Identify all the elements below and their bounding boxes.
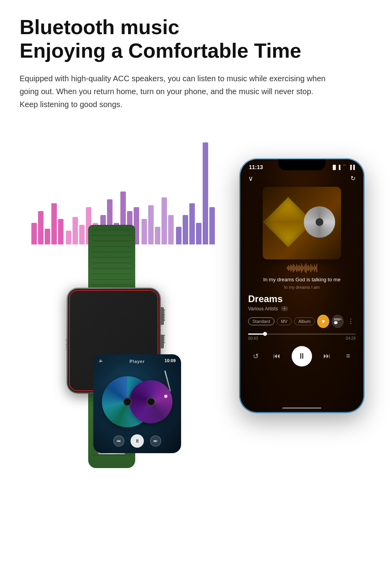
main-headline: Bluetooth music Enjoying a Comfortable T…: [20, 16, 372, 63]
waveform-bar: [307, 266, 308, 270]
waveform-bar: [303, 266, 304, 270]
player-nav-row: ∨ ↻: [240, 170, 363, 185]
waveform-bar: [294, 265, 295, 271]
progress-times: 00:43 04:29: [248, 336, 356, 341]
home-bar: [240, 404, 363, 412]
lyric-main: In my dreams God is talking to me: [240, 275, 363, 284]
waveform: [240, 261, 363, 275]
watch-body: 🔈 Player 10:09: [43, 225, 184, 468]
waveform-bar: [302, 265, 303, 271]
watch-player-label: Player: [129, 359, 145, 364]
artist-name: Various Artists: [248, 306, 278, 312]
eq-bar: [209, 207, 215, 244]
watch-controls: ⏮ ⏸ ⏭: [93, 434, 181, 448]
tab-standard[interactable]: Standard: [248, 317, 274, 325]
waveform-bar: [295, 266, 296, 270]
eq-bar: [203, 142, 208, 244]
waveform-bar: [310, 264, 311, 272]
waveform-bar: [301, 263, 302, 273]
watch-back-label: BACK: [163, 335, 165, 344]
tonearm: [150, 370, 169, 402]
waveform-bar: [309, 266, 310, 270]
artist-badge: +: [281, 306, 288, 311]
watch-sport-label: SPORT: [65, 339, 68, 351]
play-pause-button[interactable]: ⏸: [292, 346, 312, 366]
album-circle-inner: [316, 218, 323, 226]
waveform-bar: [305, 264, 305, 272]
waveform-bar: [306, 263, 307, 273]
album-art: [263, 187, 341, 259]
eq-bar: [31, 223, 37, 244]
watch-volume-icon: 🔈: [99, 358, 103, 363]
watch-prev-button[interactable]: ⏮: [113, 436, 124, 446]
back-chevron-icon[interactable]: ∨: [248, 174, 253, 183]
playlist-button[interactable]: ≡: [342, 350, 354, 363]
comment-button[interactable]: 999+💬: [332, 315, 344, 328]
waveform-bar: [293, 264, 294, 272]
album-circle: [304, 206, 335, 238]
tab-mv[interactable]: MV: [277, 317, 292, 325]
more-button[interactable]: ⋮: [346, 317, 356, 325]
phone-mockup: 11:13 ▐▌▐ ⌒ ▐▐ ∨ ↻: [239, 158, 365, 413]
phone-notch: [278, 159, 325, 170]
tonearm-arm: [164, 370, 171, 392]
shuffle-button[interactable]: ↺: [249, 350, 262, 363]
waveform-bar: [289, 266, 290, 270]
home-indicator: [282, 407, 321, 409]
progress-track[interactable]: [248, 334, 356, 335]
tab-album[interactable]: Album: [294, 317, 315, 325]
waveform-bar: [290, 264, 291, 272]
watch-time: 10:09: [165, 358, 176, 363]
waveform-bar: [315, 266, 316, 270]
waveform-bar: [292, 266, 292, 270]
waveform-bar: [314, 264, 315, 272]
smartwatch: 🔈 Player 10:09: [43, 225, 184, 468]
watch-band-top: [88, 225, 135, 295]
progress-row: 00:43 04:29: [240, 330, 363, 342]
battery-icon: ▐▐: [348, 165, 355, 169]
signal-icon: ▐▌▐: [331, 165, 340, 169]
eq-bar: [196, 223, 201, 244]
heart-button[interactable]: ♥: [317, 315, 329, 328]
phone-outer: 11:13 ▐▌▐ ⌒ ▐▐ ∨ ↻: [239, 158, 365, 413]
watch-case: 🔈 Player 10:09: [67, 288, 161, 394]
refresh-icon[interactable]: ↻: [350, 175, 356, 182]
progress-current: 00:43: [248, 336, 258, 341]
waveform-bar: [287, 266, 288, 270]
progress-fill: [248, 334, 265, 335]
watch-next-button[interactable]: ⏭: [150, 436, 161, 446]
eq-bar: [38, 211, 44, 244]
phone-inner: 11:13 ▐▌▐ ⌒ ▐▐ ∨ ↻: [240, 159, 363, 412]
waveform-bar: [313, 267, 314, 270]
vinyl-area: [102, 372, 172, 431]
phone-time: 11:13: [249, 164, 263, 170]
phone-status-icons: ▐▌▐ ⌒ ▐▐: [331, 164, 355, 170]
album-art-container: [240, 185, 363, 261]
headline-line2: Enjoying a Comfortable Time: [20, 39, 372, 63]
waveform-bar: [288, 265, 289, 271]
eq-bar: [189, 203, 195, 244]
vinyl-center-1: [123, 397, 132, 406]
watch-screen: 🔈 Player 10:09: [93, 354, 181, 453]
headline-line1: Bluetooth music: [20, 16, 372, 39]
next-button[interactable]: ⏭: [321, 350, 333, 363]
waveform-bar: [308, 265, 309, 271]
artist-row: Various Artists +: [240, 305, 363, 312]
tab-row: Standard MV Album ♥ 999+💬 ⋮: [240, 312, 363, 330]
lyric-sub: In my dreams I am: [240, 284, 363, 290]
progress-total: 04:29: [346, 336, 356, 341]
wifi-icon: ⌒: [342, 164, 347, 170]
waveform-bar: [312, 265, 312, 271]
visual-section: 🔈 Player 10:09: [20, 127, 372, 480]
watch-power-label: POWER: [163, 309, 165, 321]
progress-thumb: [263, 332, 267, 336]
waveform-bar: [300, 266, 301, 270]
watch-screen-content: 🔈 Player 10:09: [93, 354, 181, 453]
watch-play-button[interactable]: ⏸: [131, 434, 144, 448]
waveform-bar: [299, 265, 299, 272]
waveform-bar: [296, 264, 297, 272]
description-text: Equipped with high-quality ACC speakers,…: [20, 72, 333, 111]
prev-button[interactable]: ⏮: [270, 350, 283, 363]
waveform-bar: [316, 264, 317, 272]
playback-controls: ↺ ⏮ ⏸ ⏭ ≡: [240, 342, 363, 370]
